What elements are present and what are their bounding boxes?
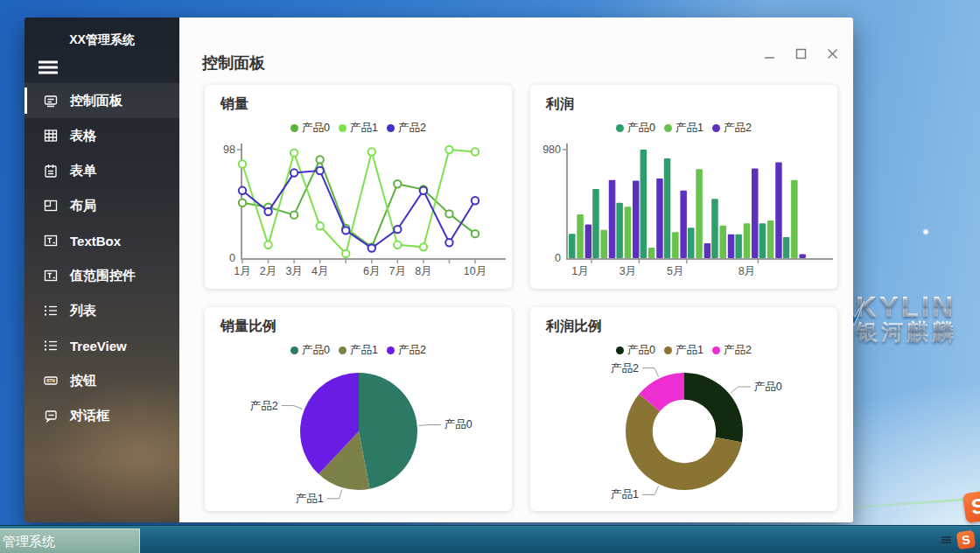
taskbar-app-button[interactable]: 管理系统 — [0, 528, 140, 553]
pie-slice-label: 产品0 — [754, 381, 782, 393]
taskbar: 管理系统 S — [0, 525, 980, 553]
legend-item[interactable]: 产品0 — [290, 343, 330, 358]
tray-sogou-icon[interactable]: S — [956, 530, 976, 550]
sidebar-item-1[interactable]: 表格 — [24, 118, 179, 153]
legend-label: 产品1 — [676, 121, 704, 136]
svg-text:98: 98 — [223, 144, 235, 156]
legend-dot-icon — [339, 124, 346, 132]
legend-item[interactable]: 产品1 — [339, 121, 378, 136]
svg-text:2月: 2月 — [260, 265, 276, 277]
pie-slice-label: 产品2 — [250, 400, 278, 412]
legend-item[interactable]: 产品1 — [664, 121, 704, 136]
legend-label: 产品2 — [724, 121, 752, 136]
sidebar-item-label: 表单 — [70, 163, 96, 179]
legend-dot-icon — [712, 124, 720, 132]
legend-item[interactable]: 产品2 — [387, 121, 426, 136]
sidebar-item-2[interactable]: 表单 — [24, 153, 179, 188]
svg-text:7月: 7月 — [389, 265, 406, 277]
close-icon — [827, 48, 838, 60]
legend-label: 产品1 — [350, 121, 378, 136]
sidebar-item-label: 值范围控件 — [70, 268, 136, 284]
legend-item[interactable]: 产品1 — [339, 343, 378, 358]
legend-label: 产品1 — [350, 343, 378, 358]
tray-menu-icon[interactable] — [942, 536, 951, 544]
legend-item[interactable]: 产品0 — [616, 343, 655, 358]
sidebar-item-label: 对话框 — [70, 408, 109, 424]
button-icon: BTN — [43, 373, 59, 388]
pie-slice-label: 产品0 — [444, 418, 472, 430]
hamburger-menu-icon[interactable] — [38, 60, 60, 78]
taskbar-tray: S — [942, 526, 975, 553]
sidebar-item-label: 表格 — [70, 128, 96, 144]
pie-slice-label: 产品1 — [611, 488, 639, 500]
desktop: KYLIN 银河麒麟 S XX管理系统 控制面板表格表单布局TextBox值范围… — [0, 0, 980, 553]
sales-chart: 9801月2月3月4月6月7月8月10月 — [205, 136, 512, 289]
sidebar-item-label: 按钮 — [70, 373, 96, 389]
legend-item[interactable]: 产品2 — [387, 343, 426, 358]
sidebar-item-5[interactable]: 值范围控件 — [24, 258, 179, 293]
pie-slice-label: 产品2 — [611, 362, 639, 374]
legend-dot-icon — [712, 346, 720, 354]
legend-label: 产品2 — [724, 343, 752, 358]
sales-ratio-legend: 产品0产品1产品2 — [205, 342, 512, 358]
sales-card-title: 销量 — [220, 95, 248, 114]
dashboard-icon — [43, 93, 59, 108]
legend-dot-icon — [664, 346, 672, 354]
table-icon — [43, 128, 59, 144]
sales-ratio-card-title: 销量比例 — [220, 318, 276, 336]
legend-label: 产品0 — [302, 121, 330, 136]
maximize-icon — [795, 48, 807, 60]
legend-label: 产品2 — [398, 343, 426, 358]
sales-card: 销量产品0产品1产品29801月2月3月4月6月7月8月10月 — [205, 85, 512, 289]
svg-text:6月: 6月 — [363, 265, 380, 277]
minimize-icon — [764, 48, 775, 60]
svg-text:10月: 10月 — [464, 265, 486, 277]
sales-ratio-chart: 产品0产品1产品2 — [205, 358, 512, 511]
legend-label: 产品0 — [302, 343, 330, 358]
legend-label: 产品2 — [398, 121, 426, 136]
pie-slice-label: 产品1 — [296, 493, 324, 505]
profit-ratio-chart: 产品0产品1产品2 — [530, 358, 837, 511]
textbox-icon — [43, 233, 59, 248]
list-icon — [43, 338, 59, 354]
sales-ratio-card: 销量比例产品0产品1产品2产品0产品1产品2 — [205, 307, 512, 511]
legend-item[interactable]: 产品2 — [712, 343, 752, 358]
sidebar-item-8[interactable]: BTN按钮 — [24, 363, 179, 398]
profit-chart: 98001月3月5月8月 — [530, 136, 837, 289]
kylin-logo-subtext: 银河麒麟 — [856, 320, 957, 343]
sidebar-item-7[interactable]: TreeView — [24, 328, 179, 363]
desktop-sogou-icon[interactable]: S — [962, 490, 980, 523]
sidebar-item-label: 控制面板 — [70, 93, 122, 109]
legend-label: 产品0 — [627, 343, 655, 358]
legend-item[interactable]: 产品2 — [712, 121, 752, 136]
legend-item[interactable]: 产品1 — [664, 343, 704, 358]
sidebar-item-3[interactable]: 布局 — [24, 188, 179, 223]
svg-text:8月: 8月 — [738, 265, 755, 277]
tray-sogou-letter: S — [961, 532, 970, 547]
profit-ratio-card: 利润比例产品0产品1产品2产品0产品1产品2 — [530, 307, 837, 511]
legend-dot-icon — [290, 124, 298, 132]
sidebar-item-6[interactable]: 列表 — [24, 293, 179, 328]
page-title: 控制面板 — [202, 52, 265, 74]
svg-text:3月: 3月 — [620, 265, 636, 277]
dialog-icon — [43, 408, 59, 424]
maximize-button[interactable] — [790, 44, 811, 63]
legend-dot-icon — [664, 124, 672, 132]
window-controls — [759, 44, 843, 63]
close-button[interactable] — [822, 44, 843, 63]
svg-text:0: 0 — [555, 252, 561, 264]
sidebar-item-0[interactable]: 控制面板 — [24, 83, 179, 118]
profit-card-title: 利润 — [546, 95, 574, 114]
minimize-button[interactable] — [759, 44, 780, 63]
svg-text:980: 980 — [542, 144, 561, 156]
sidebar-item-4[interactable]: TextBox — [24, 223, 179, 258]
legend-item[interactable]: 产品0 — [290, 121, 330, 136]
svg-text:8月: 8月 — [415, 265, 431, 277]
profit-legend: 产品0产品1产品2 — [530, 120, 837, 136]
sogou-icon-letter: S — [970, 494, 980, 519]
sidebar-item-9[interactable]: 对话框 — [24, 398, 179, 433]
profit-ratio-card-title: 利润比例 — [546, 318, 602, 336]
legend-item[interactable]: 产品0 — [616, 121, 655, 136]
list-icon — [43, 303, 59, 318]
legend-dot-icon — [290, 346, 298, 354]
